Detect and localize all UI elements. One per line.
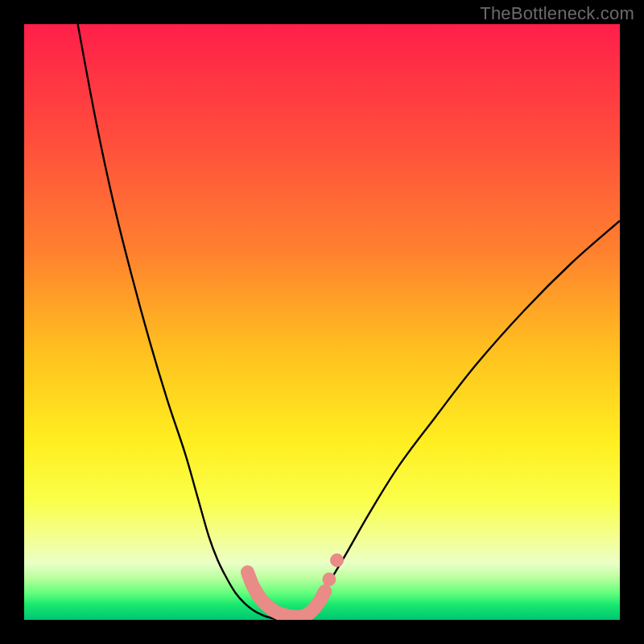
floor-marker-dot (330, 554, 344, 568)
chart-frame: TheBottleneck.com (0, 0, 644, 644)
watermark-text: TheBottleneck.com (480, 3, 634, 24)
floor-marker-dot (322, 572, 336, 586)
chart-canvas (24, 24, 620, 620)
plot-background (24, 24, 620, 620)
